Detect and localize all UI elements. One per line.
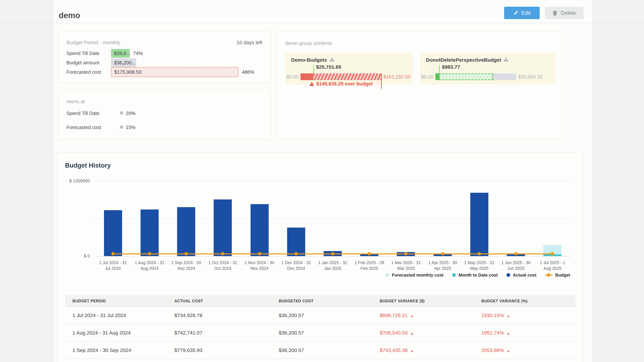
- bar-actual-cost[interactable]: [140, 210, 159, 256]
- sub-budget-bar: [435, 73, 516, 80]
- legend-item[interactable]: Month to Date cost: [452, 273, 498, 278]
- table-cell: 1 Sep 2024 - 30 Sep 2024: [65, 347, 167, 353]
- bell-icon: [120, 125, 124, 130]
- table-header-row: BUDGET PERIODACTUAL COSTBUDGETED COSTBUD…: [65, 295, 576, 307]
- sub-budget-tile-demo-budgets[interactable]: Demo-Budgets $25,701.65 $0.00 $161,192.5…: [285, 53, 413, 84]
- legend-marker-icon: [506, 273, 510, 277]
- range-min-label: $0.00: [285, 74, 298, 79]
- table-column-header: BUDGETED COST: [271, 299, 372, 303]
- budget-line-marker[interactable]: [441, 252, 444, 255]
- warning-triangle-icon: [309, 81, 314, 86]
- budget-period-card: Budget Period - monthly 10 days left Spe…: [58, 31, 271, 83]
- table-row: 1 Aug 2024 - 31 Aug 2024$742,741.07$36,2…: [65, 324, 576, 342]
- x-axis-labels: 1 Jul 2024 - 31Jul 20241 Aug 2024 - 31Au…: [94, 260, 571, 274]
- table-cell: $36,200.57: [271, 330, 372, 336]
- gridline: [94, 256, 571, 256]
- edit-button-label: Edit: [521, 10, 530, 16]
- remaining-budget-segment: [493, 73, 516, 80]
- legend-marker-icon: [452, 273, 456, 277]
- range-max-label: $20,634.32: [518, 74, 542, 79]
- spend-within-budget-segment: [300, 73, 314, 80]
- x-axis-tick-label: 1 Jan 2025 - 31Jan 2025: [312, 260, 354, 272]
- spend-till-date-label: Spend Till Date: [66, 51, 111, 56]
- legend-label: Budget: [555, 273, 570, 278]
- triangle-up-icon: ▲: [410, 314, 414, 318]
- forecasted-cost-chip: $175,908.50: [111, 67, 238, 77]
- y-axis-labels: $ 1200000$ 0: [56, 181, 90, 256]
- legend-label: Month to Date cost: [458, 273, 498, 278]
- y-axis-tick-label: $ 0: [56, 253, 90, 258]
- delete-button[interactable]: Delete: [545, 7, 584, 19]
- triangle-up-icon: ▲: [410, 332, 414, 335]
- variance-cell: $743,435.36▲: [372, 347, 474, 353]
- x-axis-tick-label: 1 Mar 2025 - 31Mar 2025: [385, 260, 427, 272]
- spend-till-date-percent: 74%: [133, 51, 143, 56]
- bar-actual-cost[interactable]: [214, 200, 232, 256]
- spend-till-date-row: Spend Till Date $26,6... 74%: [66, 49, 143, 58]
- table-cell: $36,200.57: [271, 312, 372, 318]
- legend-label: Actual cost: [513, 273, 536, 278]
- table-cell: $734,926.78: [167, 312, 271, 318]
- header-divider: [0, 23, 644, 23]
- bar-actual-cost[interactable]: [250, 204, 268, 256]
- variance-cell: 1951.74%▲: [474, 330, 576, 336]
- legend-label: Forecasted monthly cost: [392, 273, 444, 278]
- variance-cell: $706,540.50▲: [372, 330, 474, 336]
- group-contents-card: demo group contents Demo-Budgets $25,701…: [276, 31, 562, 139]
- chart-plot: [94, 181, 571, 256]
- budget-history-card: Budget History $ 1200000$ 0 1 Jul 2024 -…: [56, 152, 583, 362]
- table-column-header: BUDGET PERIOD: [65, 299, 167, 303]
- legend-marker-icon: [386, 273, 389, 277]
- alert-spend-label: Spend Till Date: [66, 111, 120, 116]
- page-title: demo: [59, 11, 80, 20]
- sub-budget-tile-donotdelete[interactable]: DonotDeletePerspectiveBudget $983.77 $0.…: [420, 53, 556, 84]
- org-chart-icon: [504, 57, 508, 62]
- budget-history-table: BUDGET PERIODACTUAL COSTBUDGETED COSTBUD…: [65, 295, 576, 359]
- group-card-title: demo group contents: [285, 40, 332, 46]
- x-axis-tick-label: 1 Apr 2025 - 30Apr 2025: [422, 260, 464, 272]
- x-axis-tick-label: 1 Nov 2024 - 30Nov 2024: [239, 260, 280, 272]
- variance-cell: 2053.66%▲: [474, 347, 576, 353]
- over-budget-note-text: $145,626.25 over budget: [316, 81, 372, 86]
- bar-actual-cost[interactable]: [177, 207, 195, 256]
- forecasted-cost-percent: 486%: [242, 69, 254, 75]
- edit-button[interactable]: Edit: [504, 7, 540, 19]
- budget-amount-marker-label: $983.77: [442, 64, 460, 70]
- triangle-up-icon: ▲: [507, 332, 510, 335]
- alert-row-spend: Spend Till Date 20%: [66, 111, 136, 116]
- sub-budget-name: DonotDeletePerspectiveBudget: [426, 57, 501, 63]
- alerts-card-title: Alerts at: [66, 98, 85, 104]
- forecasted-cost-label: Forecasted cost: [66, 69, 111, 75]
- over-budget-segment: [314, 73, 381, 80]
- variance-cell: 1930.15%▲: [474, 312, 576, 318]
- bar-actual-cost[interactable]: [287, 227, 305, 256]
- chart-legend: Forecasted monthly costMonth to Date cos…: [386, 273, 570, 278]
- bar-actual-cost[interactable]: [104, 210, 122, 256]
- trash-icon: [552, 10, 558, 15]
- legend-item[interactable]: Forecasted monthly cost: [386, 273, 444, 278]
- table-column-header: BUDGET VARIANCE ($): [372, 299, 474, 303]
- x-axis-tick-label: 1 Jul 2024 - 31Jul 2024: [92, 260, 134, 272]
- table-cell: $36,200.57: [271, 347, 372, 353]
- triangle-up-icon: ▲: [507, 314, 510, 318]
- range-max-label: $161,192.50: [384, 74, 410, 79]
- alert-forecast-value: 15%: [126, 125, 136, 130]
- x-axis-tick-label: 1 Dec 2024 - 31Dec 2024: [276, 260, 317, 272]
- bar-actual-cost[interactable]: [470, 193, 488, 256]
- forecasted-cost-row: Forecasted cost $175,908.50 486%: [66, 67, 254, 77]
- budget-period-card-title: Budget Period - monthly: [66, 39, 120, 45]
- x-axis-tick-label: 1 Oct 2024 - 31Oct 2024: [202, 260, 244, 272]
- budget-line-marker[interactable]: [294, 252, 298, 255]
- spend-till-date-chip: $26,6...: [111, 49, 130, 58]
- legend-item[interactable]: Budget: [545, 273, 570, 278]
- delete-button-label: Delete: [561, 10, 576, 16]
- table-cell: $742,741.07: [167, 330, 271, 336]
- table-cell: $779,635.93: [167, 347, 271, 353]
- x-axis-tick-label: 1 Sep 2024 - 30Sep 2024: [165, 260, 207, 272]
- triangle-up-icon: ▲: [507, 349, 510, 353]
- sub-budget-name: Demo-Budgets: [291, 57, 327, 63]
- alert-spend-value: 20%: [126, 111, 136, 116]
- x-axis-tick-label: 1 May 2025 - 31May 2025: [458, 260, 500, 272]
- pencil-icon: [513, 10, 518, 15]
- legend-item[interactable]: Actual cost: [506, 273, 536, 278]
